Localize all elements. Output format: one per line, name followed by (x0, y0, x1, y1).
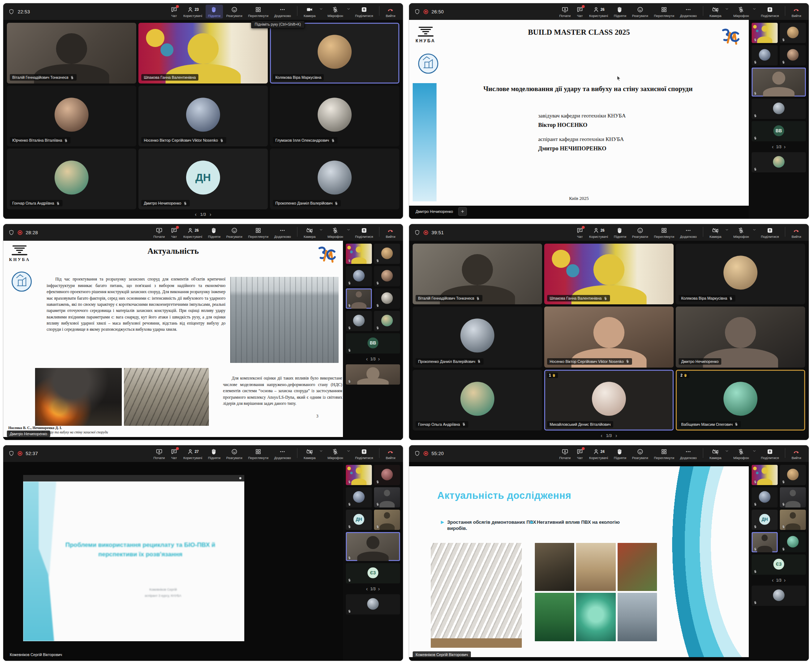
gallery-pagination[interactable]: ‹ 1/3 › (409, 431, 809, 440)
chevron-down-icon[interactable] (319, 447, 324, 453)
pin-plus-button[interactable] (458, 207, 467, 216)
participant-tile[interactable] (752, 152, 806, 173)
react-button[interactable]: Реагувати (224, 226, 245, 239)
mic-button[interactable]: Мікрофон (731, 5, 751, 18)
participant-tile[interactable] (752, 465, 778, 485)
thumbnail-pagination[interactable]: ‹1/3› (346, 586, 400, 592)
chat-button[interactable]: Чат (168, 226, 180, 239)
share-button[interactable]: Поділитися (352, 5, 375, 18)
mic-button[interactable]: Мікрофон (325, 447, 346, 461)
participant-tile[interactable] (780, 509, 806, 530)
participant-tile[interactable] (374, 487, 400, 508)
participant-tile[interactable] (752, 586, 806, 606)
participant-tile[interactable] (374, 266, 400, 286)
participant-tile[interactable] (780, 487, 806, 508)
share-button[interactable]: Поділитися (352, 447, 375, 461)
leave-button[interactable]: Вийти (789, 5, 804, 18)
chevron-down-icon[interactable] (724, 5, 730, 11)
participant-tile[interactable]: Колякова Віра Маркусівна (270, 23, 400, 83)
more-button[interactable]: Додатково (272, 226, 294, 239)
start-button[interactable]: Почати (151, 226, 168, 239)
chevron-down-icon[interactable] (752, 447, 757, 453)
participant-tile[interactable]: Гончар Ольга Андріївна (412, 370, 542, 431)
thumbnail-pagination[interactable]: ‹1/3› (752, 143, 806, 150)
chat-button[interactable]: Чат (168, 5, 180, 18)
people-button[interactable]: 24Користувачі (586, 447, 611, 461)
participant-tile[interactable] (374, 465, 400, 485)
camera-button[interactable]: Камера (707, 5, 724, 18)
raise-button[interactable]: Підняти (206, 447, 223, 461)
prev-page-icon[interactable]: ‹ (366, 356, 368, 361)
people-button[interactable]: 23Користувачі (181, 5, 205, 18)
next-page-icon[interactable]: › (378, 586, 380, 591)
participant-tile[interactable]: Дмитро Нечипоренко (676, 306, 805, 367)
chat-button[interactable]: Чат (574, 226, 586, 239)
next-page-icon[interactable]: › (784, 578, 786, 583)
raise-button[interactable]: Підняти (206, 226, 223, 239)
participant-tile[interactable]: ДН (346, 509, 372, 530)
share-button[interactable]: Поділитися (758, 226, 781, 239)
start-button[interactable]: Почати (151, 447, 168, 461)
view-button[interactable]: Переглянути (245, 5, 271, 18)
more-button[interactable]: Додатково (677, 447, 699, 461)
participant-tile[interactable] (374, 311, 400, 331)
participant-tile[interactable] (780, 532, 806, 552)
start-button[interactable]: Почати (557, 447, 573, 461)
react-button[interactable]: Реагувати (630, 447, 650, 461)
leave-button[interactable]: Вийти (383, 447, 398, 461)
chevron-down-icon[interactable] (319, 226, 324, 232)
participant-tile[interactable]: Віталій Геннадійович Тонкачеєв (412, 244, 542, 304)
people-button[interactable]: 26Користувачі (586, 226, 611, 239)
participant-tile[interactable]: Шпакова Ганна Валентинівна (138, 23, 268, 83)
chevron-down-icon[interactable] (319, 5, 324, 11)
participant-tile[interactable] (752, 23, 778, 43)
react-button[interactable]: Реагувати (224, 447, 245, 461)
participant-tile[interactable]: Юрченко Віталіна Віталіївна (7, 86, 136, 146)
view-button[interactable]: Переглянути (651, 5, 677, 18)
share-button[interactable]: Поділитися (758, 5, 781, 18)
prev-page-icon[interactable]: ‹ (772, 578, 774, 583)
participant-tile[interactable]: ЄЗ (346, 563, 400, 583)
participant-tile[interactable] (752, 532, 778, 552)
participant-tile[interactable]: ДН (752, 509, 778, 530)
chevron-down-icon[interactable] (346, 5, 352, 11)
people-button[interactable]: 26Користувачі (586, 5, 611, 18)
people-button[interactable]: 27Користувачі (181, 447, 205, 461)
more-button[interactable]: Додатково (272, 5, 294, 18)
start-button[interactable]: Почати (557, 5, 573, 18)
participant-tile[interactable] (752, 45, 778, 65)
next-page-icon[interactable]: › (615, 433, 617, 438)
participant-tile[interactable] (346, 365, 400, 385)
prev-page-icon[interactable]: ‹ (195, 212, 197, 217)
thumbnail-pagination[interactable]: ‹1/3› (346, 356, 400, 362)
participant-tile[interactable] (752, 487, 778, 508)
participant-tile[interactable] (374, 509, 400, 530)
participant-tile[interactable]: 2Вабіщевич Максим Олегович (676, 370, 805, 431)
chevron-down-icon[interactable] (346, 447, 352, 453)
mic-button[interactable]: Мікрофон (731, 226, 751, 239)
chevron-down-icon[interactable] (346, 226, 352, 232)
share-button[interactable]: Поділитися (352, 226, 375, 239)
participant-tile[interactable] (752, 99, 806, 119)
camera-button[interactable]: Камера (301, 226, 318, 239)
participant-tile[interactable] (346, 244, 372, 264)
participant-tile[interactable] (346, 288, 372, 309)
next-page-icon[interactable]: › (378, 356, 380, 361)
participant-tile[interactable]: Носенко Віктор Сергійович Viktor Nosenko (544, 306, 674, 367)
leave-button[interactable]: Вийти (383, 226, 398, 239)
leave-button[interactable]: Вийти (383, 5, 398, 18)
leave-button[interactable]: Вийти (789, 447, 804, 461)
next-page-icon[interactable]: › (784, 144, 786, 149)
chevron-down-icon[interactable] (724, 226, 730, 232)
participant-tile[interactable]: Шпакова Ганна Валентинівна (544, 244, 674, 304)
chat-button[interactable]: Чат (574, 447, 586, 461)
participant-tile[interactable]: Прокопенко Даниіл Валерійович (412, 306, 542, 367)
mic-button[interactable]: Мікрофон (325, 226, 346, 239)
leave-button[interactable]: Вийти (789, 226, 804, 239)
mic-button[interactable]: Мікрофон (731, 447, 751, 461)
react-button[interactable]: Реагувати (224, 5, 245, 18)
participant-tile[interactable] (780, 23, 806, 43)
next-page-icon[interactable]: › (209, 212, 211, 217)
participant-tile[interactable] (346, 532, 400, 561)
participant-tile[interactable] (346, 465, 372, 485)
